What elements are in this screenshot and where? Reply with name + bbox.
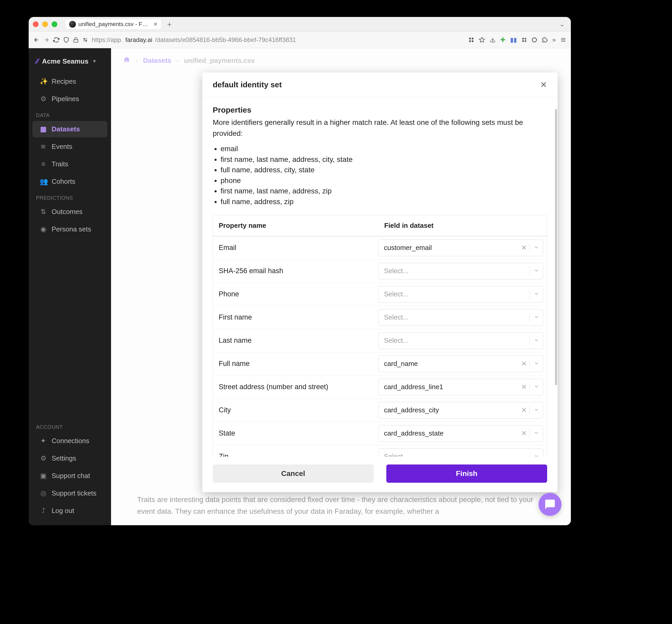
tab-close-icon[interactable]: ✕	[153, 21, 158, 27]
field-select[interactable]: card_address_line1✕	[379, 379, 543, 395]
close-icon[interactable]: ✕	[540, 80, 547, 90]
sidebar-label: Recipes	[52, 77, 76, 85]
modal-scrollbar[interactable]	[554, 101, 558, 458]
field-select-cell: customer_email✕	[379, 239, 547, 256]
lock-icon[interactable]	[73, 37, 79, 43]
chevron-down-icon[interactable]	[530, 314, 543, 321]
table-row: PhoneSelect...	[213, 283, 547, 306]
org-switcher[interactable]: ⁄⁄ Acme Seamus ▼	[29, 54, 111, 73]
new-tab-button[interactable]: ＋	[166, 19, 173, 29]
sidebar-item-logout[interactable]: ⤴Log out	[32, 502, 107, 519]
sidebar-label: Pipelines	[52, 95, 79, 103]
select-value: Select...	[379, 337, 530, 344]
clear-icon[interactable]: ✕	[518, 360, 530, 368]
sidebar-item-support-chat[interactable]: ▣Support chat	[32, 468, 107, 484]
sidebar-item-cohorts[interactable]: 👥Cohorts	[32, 173, 107, 190]
finish-button[interactable]: Finish	[386, 465, 547, 483]
back-button[interactable]	[33, 37, 40, 43]
property-name-cell: Full name	[213, 360, 379, 368]
field-select-cell: Select...	[379, 309, 547, 326]
ext1-icon[interactable]: ✚	[500, 36, 506, 44]
field-select[interactable]: Select...	[379, 332, 543, 349]
shield-icon[interactable]	[63, 37, 69, 43]
clear-icon[interactable]: ✕	[518, 244, 530, 252]
field-select[interactable]: Select...	[379, 309, 543, 326]
address-input[interactable]: https://app.faraday.ai/datasets/e0854816…	[92, 36, 465, 44]
sidebar-item-recipes[interactable]: ✨Recipes	[32, 73, 107, 90]
chevron-down-icon[interactable]	[530, 453, 543, 457]
url-host: faraday.ai	[125, 36, 153, 44]
chevron-down-icon[interactable]	[530, 244, 543, 251]
chevron-down-icon[interactable]	[530, 291, 543, 298]
ext2-icon[interactable]: ▮▮	[510, 36, 517, 44]
sidebar-item-settings[interactable]: ⚙Settings	[32, 450, 107, 467]
field-select[interactable]: Select...	[379, 448, 543, 457]
field-select[interactable]: Select...	[379, 286, 543, 303]
cancel-button[interactable]: Cancel	[213, 465, 374, 483]
chevron-down-icon[interactable]	[530, 361, 543, 367]
browser-tab[interactable]: unified_payments.csv - Faraday ✕	[65, 19, 162, 29]
cohorts-icon: 👥	[40, 178, 47, 186]
field-select[interactable]: card_name✕	[379, 356, 543, 372]
section-predictions-label: PREDICTIONS	[29, 190, 111, 203]
field-select-cell: card_address_state✕	[379, 425, 547, 442]
ext4-icon[interactable]	[532, 37, 537, 43]
sidebar-item-support-tickets[interactable]: ◎Support tickets	[32, 485, 107, 501]
field-select[interactable]: Select...	[379, 263, 543, 280]
tab-favicon	[69, 21, 76, 28]
ext3-icon[interactable]	[522, 37, 527, 43]
bookmark-icon[interactable]	[479, 37, 485, 43]
download-icon[interactable]	[490, 37, 495, 43]
reload-button[interactable]	[53, 37, 59, 43]
sidebar-item-traits[interactable]: ≡Traits	[32, 156, 107, 172]
property-name-cell: Phone	[213, 290, 379, 298]
connections-icon: ✦	[40, 437, 47, 445]
chevron-down-icon[interactable]	[530, 384, 543, 390]
svg-rect-5	[469, 37, 470, 39]
clear-icon[interactable]: ✕	[518, 429, 530, 437]
close-window-button[interactable]	[33, 21, 38, 27]
pipelines-icon: ⚙	[40, 95, 47, 103]
chevron-down-icon[interactable]	[530, 268, 543, 275]
identifier-set-item: first name, last name, address, city, st…	[221, 154, 547, 165]
settings-icon: ⚙	[40, 454, 47, 462]
permissions-icon[interactable]	[82, 37, 88, 43]
tabs-dropdown-icon[interactable]: ⌄	[560, 21, 565, 28]
sidebar-item-outcomes[interactable]: ⇅Outcomes	[32, 204, 107, 220]
clear-icon[interactable]: ✕	[518, 406, 530, 414]
extensions-icon[interactable]	[542, 37, 548, 43]
select-value: Select...	[379, 290, 530, 298]
table-row: SHA-256 email hashSelect...	[213, 260, 547, 283]
maximize-window-button[interactable]	[52, 21, 57, 27]
chevron-down-icon[interactable]	[530, 337, 543, 344]
sidebar-item-pipelines[interactable]: ⚙Pipelines	[32, 91, 107, 107]
field-select-cell: Select...	[379, 263, 547, 280]
property-name-cell: Zip	[213, 452, 379, 457]
main-content: › Datasets › unified_payments.csv ••• nd…	[111, 48, 571, 525]
apps-icon[interactable]	[468, 37, 474, 43]
window-controls	[33, 21, 57, 27]
field-select[interactable]: card_address_city✕	[379, 402, 543, 419]
chevron-down-icon[interactable]	[530, 407, 543, 414]
sidebar-label: Cohorts	[52, 178, 75, 186]
minimize-window-button[interactable]	[42, 21, 48, 27]
menu-icon[interactable]	[561, 37, 566, 43]
field-select[interactable]: customer_email✕	[379, 239, 543, 256]
overflow-icon[interactable]: »	[552, 36, 556, 44]
sidebar-item-events[interactable]: ≋Events	[32, 138, 107, 155]
sidebar-item-persona-sets[interactable]: ◉Persona sets	[32, 221, 107, 237]
outcomes-icon: ⇅	[40, 208, 47, 216]
chevron-down-icon: ▼	[92, 59, 97, 64]
table-row: First nameSelect...	[213, 306, 547, 329]
sidebar-item-datasets[interactable]: ▦Datasets	[32, 121, 107, 137]
select-value: card_address_state	[379, 429, 518, 437]
svg-rect-8	[471, 40, 473, 42]
field-select-cell: card_name✕	[379, 356, 547, 372]
clear-icon[interactable]: ✕	[518, 383, 530, 391]
chat-bubble-button[interactable]	[539, 493, 562, 516]
field-select[interactable]: card_address_state✕	[379, 425, 543, 442]
sidebar-item-connections[interactable]: ✦Connections	[32, 433, 107, 449]
forward-button[interactable]	[43, 37, 50, 43]
scrollbar-thumb[interactable]	[555, 109, 557, 385]
chevron-down-icon[interactable]	[530, 430, 543, 437]
